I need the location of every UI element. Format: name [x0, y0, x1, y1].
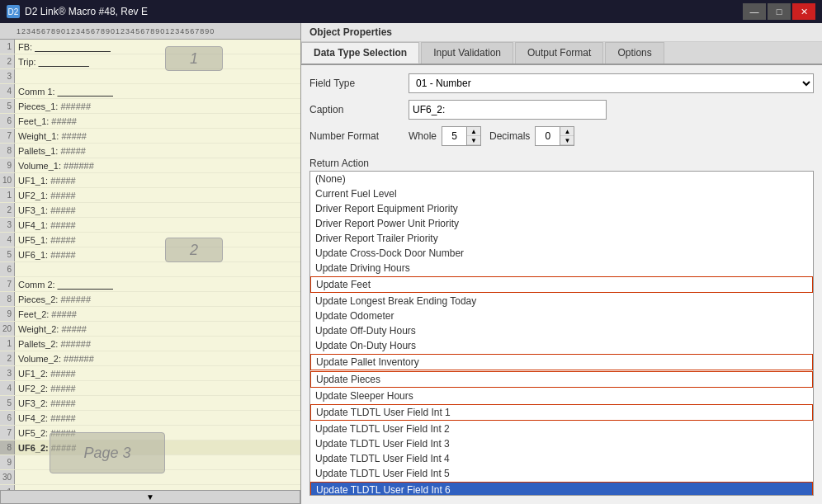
list-item-update-tldtl-4[interactable]: Update TLDTL User Field Int 4 [310, 451, 813, 466]
table-row: 9Feet_2: ##### [0, 307, 300, 322]
return-action-list[interactable]: (None)Current Fuel LevelDriver Report Eq… [309, 171, 814, 496]
field-type-row: Field Type 01 - Number 02 - Text 03 - Da… [309, 73, 814, 93]
table-row: 10UF1_1: ##### [0, 173, 300, 188]
minimize-button[interactable]: — [743, 3, 766, 20]
page-marker-3-label: Page 3 [83, 445, 130, 462]
caption-input[interactable] [409, 100, 607, 120]
caption-label: Caption [309, 104, 400, 115]
table-row: 2Volume_2: ###### [0, 351, 300, 366]
caption-row: Caption [309, 100, 814, 120]
table-row: 4UF5_1: ##### [0, 233, 300, 247]
whole-spin-up[interactable]: ▲ [467, 127, 480, 136]
list-item-update-longest-break[interactable]: Update Longest Break Ending Today [310, 294, 813, 309]
col-number-text: 1234567890123456789012345678901234567890 [17, 27, 215, 35]
title-bar-left: D2 D2 Link® Macro #48, Rev E [7, 5, 148, 18]
table-row: 4UF2_2: ##### [0, 381, 300, 396]
left-panel: 1234567890123456789012345678901234567890… [0, 23, 301, 504]
app-icon: D2 [7, 5, 20, 18]
right-panel: Object Properties Data Type Selection In… [301, 23, 822, 504]
list-item-driver-report-equip[interactable]: Driver Report Equipment Priority [310, 201, 813, 216]
list-item-update-tldtl-3[interactable]: Update TLDTL User Field Int 3 [310, 436, 813, 451]
table-row: 5UF3_2: ##### [0, 396, 300, 411]
table-row: 6UF4_2: ##### [0, 411, 300, 426]
decimals-spin-down[interactable]: ▼ [560, 136, 574, 145]
list-item-update-tldtl-5[interactable]: Update TLDTL User Field Int 5 [310, 466, 813, 481]
table-row: 9Volume_1: ###### [0, 158, 300, 173]
sheet-area: 1 2 Page 3 1FB: _______________ 2Trip: _… [0, 40, 300, 490]
list-item-update-feet[interactable]: Update Feet [310, 276, 813, 293]
whole-label: Whole [409, 130, 437, 142]
close-button[interactable]: ✕ [792, 3, 815, 20]
list-item-update-cross-dock[interactable]: Update Cross-Dock Door Number [310, 246, 813, 261]
list-item-update-pallet[interactable]: Update Pallet Inventory [310, 354, 813, 370]
content-area: 1234567890123456789012345678901234567890… [0, 23, 822, 504]
maximize-button[interactable]: □ [768, 3, 791, 20]
tab-output-format[interactable]: Output Format [515, 42, 603, 64]
decimals-spin-up[interactable]: ▲ [560, 127, 574, 136]
table-row: 20Weight_2: ##### [0, 322, 300, 337]
tab-input-validation[interactable]: Input Validation [421, 42, 513, 64]
list-item-update-tldtl-2[interactable]: Update TLDTL User Field Int 2 [310, 422, 813, 436]
page-marker-1: 1 [165, 46, 223, 71]
table-row: 4Comm 1: ___________ [0, 84, 300, 99]
whole-value-input[interactable] [442, 127, 467, 145]
whole-spinner: ▲ ▼ [442, 126, 481, 146]
table-row: 3UF4_1: ##### [0, 218, 300, 233]
table-row: 1Pallets_2: ###### [0, 337, 300, 351]
table-row: 2UF3_1: ##### [0, 203, 300, 218]
tab-options[interactable]: Options [605, 42, 664, 64]
list-item-update-pieces[interactable]: Update Pieces [310, 371, 813, 388]
return-action-section: Return Action (None)Current Fuel LevelDr… [301, 154, 822, 504]
list-item-update-off-duty[interactable]: Update Off-Duty Hours [310, 323, 813, 338]
table-row: 3UF1_2: ##### [0, 366, 300, 381]
tab-data-type-selection[interactable]: Data Type Selection [301, 42, 419, 64]
page-marker-1-label: 1 [190, 50, 198, 68]
list-item-none[interactable]: (None) [310, 172, 813, 186]
table-row: 6 [0, 262, 300, 277]
list-item-update-tldtl-1[interactable]: Update TLDTL User Field Int 1 [310, 404, 813, 421]
scroll-down-arrow[interactable]: ▼ [0, 490, 300, 504]
page-marker-2-label: 2 [190, 242, 198, 259]
table-row: 3 [0, 69, 300, 84]
table-row: 5UF6_1: ##### [0, 247, 300, 262]
return-action-label: Return Action [301, 154, 822, 171]
section-header: Object Properties [301, 23, 822, 42]
list-item-driver-report-power[interactable]: Driver Report Power Unit Priority [310, 216, 813, 231]
decimals-value-input[interactable] [536, 127, 560, 145]
page-marker-2: 2 [165, 238, 223, 262]
whole-group: Whole ▲ ▼ [409, 126, 481, 146]
table-row: 7Weight_1: ##### [0, 129, 300, 144]
list-item-update-driving-hours[interactable]: Update Driving Hours [310, 261, 813, 276]
list-item-driver-report-trailer[interactable]: Driver Report Trailer Priority [310, 231, 813, 246]
list-item-update-odometer[interactable]: Update Odometer [310, 309, 813, 323]
decimals-group: Decimals ▲ ▼ [489, 126, 574, 146]
tabs-bar: Data Type Selection Input Validation Out… [301, 42, 822, 65]
table-row: 1FB: _______________ [0, 40, 300, 54]
list-item-update-tldtl-6[interactable]: Update TLDTL User Field Int 6 [310, 482, 813, 496]
tab-content: Field Type 01 - Number 02 - Text 03 - Da… [301, 65, 822, 154]
number-format-row: Number Format Whole ▲ ▼ Decimals [309, 126, 814, 146]
decimals-spinner: ▲ ▼ [535, 126, 574, 146]
whole-spinner-buttons: ▲ ▼ [467, 127, 480, 145]
list-item-current-fuel[interactable]: Current Fuel Level [310, 186, 813, 201]
list-item-update-on-duty[interactable]: Update On-Duty Hours [310, 338, 813, 353]
table-row: 6Feet_1: ##### [0, 114, 300, 129]
whole-spin-down[interactable]: ▼ [467, 136, 480, 145]
decimals-label: Decimals [489, 130, 530, 142]
field-type-select[interactable]: 01 - Number 02 - Text 03 - Date 04 - Tim… [409, 73, 814, 93]
decimals-spinner-buttons: ▲ ▼ [560, 127, 574, 145]
table-row: 8Pieces_2: ###### [0, 292, 300, 307]
table-row: 1UF2_1: ##### [0, 188, 300, 203]
column-numbers: 1234567890123456789012345678901234567890 [0, 23, 300, 40]
list-item-update-sleeper[interactable]: Update Sleeper Hours [310, 389, 813, 403]
number-format-label: Number Format [309, 130, 400, 142]
table-row: 7Comm 2: ___________ [0, 277, 300, 292]
table-row: 5Pieces_1: ###### [0, 99, 300, 114]
spreadsheet-rows: 1FB: _______________ 2Trip: __________ 3… [0, 40, 300, 490]
table-row: 2Trip: __________ [0, 54, 300, 69]
title-bar: D2 D2 Link® Macro #48, Rev E — □ ✕ [0, 0, 822, 23]
title-bar-controls: — □ ✕ [743, 3, 815, 20]
table-row: 1 [0, 485, 300, 490]
field-type-label: Field Type [309, 78, 400, 89]
table-row: 8Pallets_1: ##### [0, 144, 300, 158]
